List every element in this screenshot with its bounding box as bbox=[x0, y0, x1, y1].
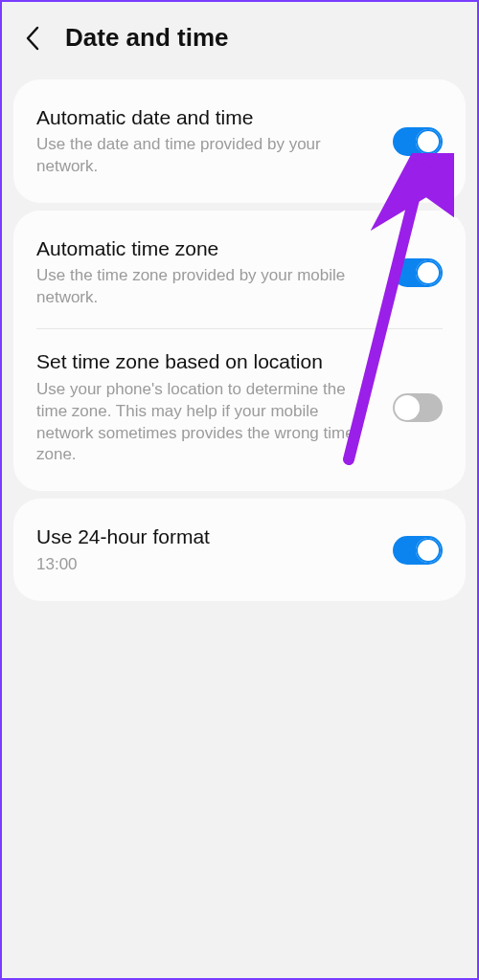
location-time-zone-title: Set time zone based on location bbox=[36, 348, 377, 374]
row-text: Automatic date and time Use the date and… bbox=[36, 104, 393, 178]
hour-format-toggle[interactable] bbox=[393, 536, 443, 565]
back-icon bbox=[25, 26, 40, 51]
settings-card-2: Automatic time zone Use the time zone pr… bbox=[13, 211, 466, 491]
auto-date-time-row[interactable]: Automatic date and time Use the date and… bbox=[13, 85, 466, 197]
auto-date-time-title: Automatic date and time bbox=[36, 104, 377, 130]
toggle-knob bbox=[416, 538, 441, 563]
toggle-knob bbox=[416, 260, 441, 285]
location-time-zone-row[interactable]: Set time zone based on location Use your… bbox=[13, 329, 466, 485]
page-title: Date and time bbox=[65, 23, 229, 53]
auto-date-time-toggle[interactable] bbox=[393, 127, 443, 156]
auto-time-zone-row[interactable]: Automatic time zone Use the time zone pr… bbox=[13, 216, 466, 328]
location-time-zone-desc: Use your phone's location to determine t… bbox=[36, 379, 377, 467]
auto-date-time-desc: Use the date and time provided by your n… bbox=[36, 134, 377, 178]
row-text: Automatic time zone Use the time zone pr… bbox=[36, 235, 393, 309]
header: Date and time bbox=[2, 2, 477, 72]
toggle-knob bbox=[416, 129, 441, 154]
auto-time-zone-title: Automatic time zone bbox=[36, 235, 377, 261]
location-time-zone-toggle[interactable] bbox=[393, 393, 443, 422]
hour-format-title: Use 24-hour format bbox=[36, 523, 377, 549]
row-text: Set time zone based on location Use your… bbox=[36, 348, 393, 466]
hour-format-row[interactable]: Use 24-hour format 13:00 bbox=[13, 504, 466, 594]
auto-time-zone-toggle[interactable] bbox=[393, 258, 443, 287]
toggle-knob bbox=[395, 395, 420, 420]
settings-card-1: Automatic date and time Use the date and… bbox=[13, 79, 466, 203]
auto-time-zone-desc: Use the time zone provided by your mobil… bbox=[36, 265, 377, 309]
row-text: Use 24-hour format 13:00 bbox=[36, 523, 393, 575]
hour-format-desc: 13:00 bbox=[36, 554, 377, 576]
back-button[interactable] bbox=[19, 25, 46, 52]
settings-card-3: Use 24-hour format 13:00 bbox=[13, 499, 466, 600]
